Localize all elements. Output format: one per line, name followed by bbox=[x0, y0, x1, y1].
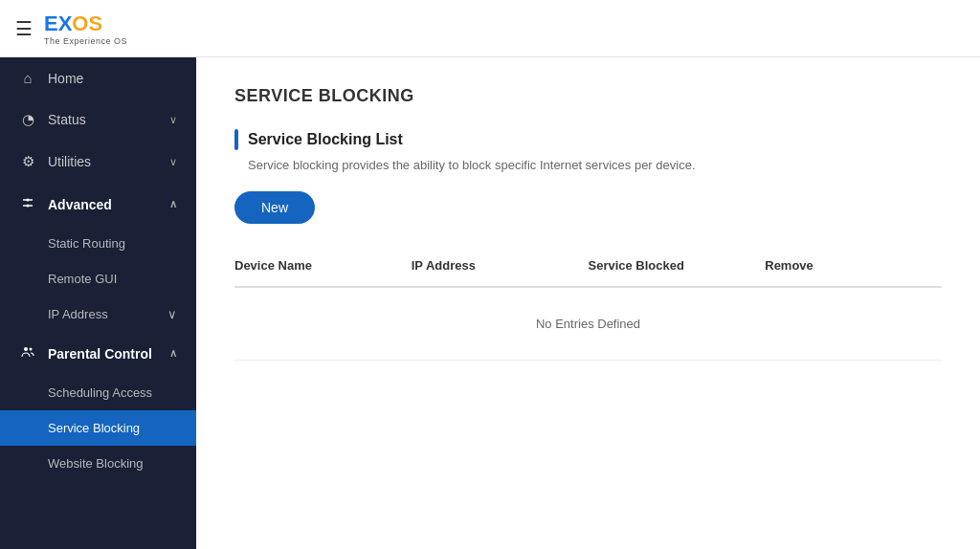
main-layout: ⌂ Home ◔ Status ∨ ⚙ Utilities ∨ Advanced bbox=[0, 57, 980, 549]
sidebar-item-remote-gui[interactable]: Remote GUI bbox=[0, 261, 196, 296]
main-content: SERVICE BLOCKING Service Blocking List S… bbox=[196, 57, 980, 549]
sidebar-sub-label: Remote GUI bbox=[48, 272, 117, 286]
svg-point-4 bbox=[24, 347, 28, 351]
sidebar-item-label: Utilities bbox=[48, 154, 169, 169]
utilities-icon: ⚙ bbox=[19, 153, 36, 170]
col-device-name: Device Name bbox=[234, 253, 412, 278]
sidebar-sub-label: Scheduling Access bbox=[48, 385, 152, 400]
sidebar-item-ip-address[interactable]: IP Address ∨ bbox=[0, 296, 196, 332]
sidebar-item-parental-control[interactable]: Parental Control ∧ bbox=[0, 332, 196, 375]
home-icon: ⌂ bbox=[19, 70, 36, 86]
sidebar-item-website-blocking[interactable]: Website Blocking bbox=[0, 446, 196, 481]
chevron-up-icon: ∧ bbox=[169, 347, 177, 360]
sidebar-sub-label: Static Routing bbox=[48, 236, 125, 251]
sidebar-section-label: Advanced bbox=[48, 197, 112, 212]
chevron-down-icon: ∨ bbox=[169, 114, 177, 126]
logo-highlight: OS bbox=[72, 11, 102, 35]
sidebar-item-utilities[interactable]: ⚙ Utilities ∨ bbox=[0, 141, 196, 183]
section-header: Service Blocking List bbox=[234, 129, 942, 150]
logo-text: EXOS bbox=[44, 11, 127, 36]
hamburger-icon[interactable]: ☰ bbox=[15, 17, 33, 40]
advanced-icon bbox=[19, 195, 36, 213]
section-description: Service blocking provides the ability to… bbox=[248, 158, 942, 172]
top-header: ☰ EXOS The Experience OS bbox=[0, 0, 980, 57]
sidebar-section-label: Parental Control bbox=[48, 346, 152, 362]
col-service-blocked: Service Blocked bbox=[589, 253, 766, 278]
sidebar: ⌂ Home ◔ Status ∨ ⚙ Utilities ∨ Advanced bbox=[0, 57, 196, 549]
chevron-up-icon: ∧ bbox=[169, 198, 177, 210]
section-title: Service Blocking List bbox=[248, 131, 403, 148]
col-ip-address: IP Address bbox=[412, 253, 589, 278]
chevron-down-icon: ∨ bbox=[169, 156, 177, 168]
sidebar-item-advanced[interactable]: Advanced ∧ bbox=[0, 183, 196, 226]
sidebar-item-service-blocking[interactable]: Service Blocking bbox=[0, 410, 196, 446]
sidebar-item-label: Home bbox=[48, 71, 177, 86]
sidebar-item-status[interactable]: ◔ Status ∨ bbox=[0, 99, 196, 141]
table-empty-message: No Entries Defined bbox=[234, 288, 942, 360]
page-title: SERVICE BLOCKING bbox=[234, 86, 942, 106]
section-card: Service Blocking List Service blocking p… bbox=[234, 129, 942, 361]
chevron-down-icon: ∨ bbox=[167, 307, 177, 321]
sidebar-item-static-routing[interactable]: Static Routing bbox=[0, 226, 196, 261]
sidebar-item-home[interactable]: ⌂ Home bbox=[0, 57, 196, 99]
sidebar-item-scheduling-access[interactable]: Scheduling Access bbox=[0, 375, 196, 410]
status-icon: ◔ bbox=[19, 111, 36, 128]
logo-area: EXOS The Experience OS bbox=[44, 11, 127, 46]
section-bar bbox=[234, 129, 238, 150]
sidebar-item-label: Status bbox=[48, 112, 169, 127]
sidebar-sub-label: IP Address bbox=[48, 307, 108, 321]
parental-control-icon bbox=[19, 344, 36, 362]
table-header: Device Name IP Address Service Blocked R… bbox=[234, 253, 942, 288]
logo-subtitle: The Experience OS bbox=[44, 36, 127, 46]
table-container: Device Name IP Address Service Blocked R… bbox=[234, 253, 942, 361]
svg-point-5 bbox=[30, 348, 33, 351]
new-button[interactable]: New bbox=[234, 191, 315, 224]
table-body: No Entries Defined bbox=[234, 288, 942, 361]
col-remove: Remove bbox=[765, 253, 942, 278]
sidebar-sub-label: Service Blocking bbox=[48, 421, 140, 435]
sidebar-sub-label: Website Blocking bbox=[48, 456, 143, 471]
